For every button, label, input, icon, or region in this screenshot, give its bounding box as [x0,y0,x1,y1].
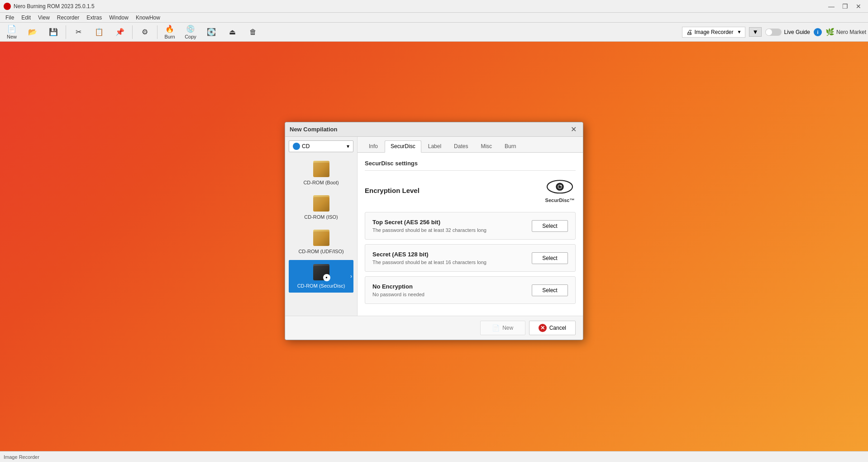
cd-icon [293,143,300,150]
cdrom-iso-icon [312,195,330,212]
tab-label[interactable]: Label [422,140,447,152]
disc-label-iso: CD-ROM (ISO) [304,214,338,220]
modal-close-button[interactable]: ✕ [568,124,578,134]
modal-title: New Compilation [290,126,568,133]
encryption-card-info-secret: Secret (AES 128 bit) The password should… [372,251,532,265]
securdisc-badge: ● [323,274,330,281]
encryption-card-secret: Secret (AES 128 bit) The password should… [365,244,576,272]
encryption-desc-none: No password is needed [372,292,532,297]
disc-label-securdisc: CD-ROM (SecurDisc) [297,283,345,289]
disc-item-cdrom-securdisc[interactable]: ● CD-ROM (SecurDisc) › [289,260,353,293]
cdrom-securdisc-icon: ● [312,264,330,281]
modal-footer: 📄 New ✕ Cancel [285,316,583,340]
encryption-desc-secret: The password should be at least 16 chara… [372,260,532,265]
disc-item-cdrom-boot[interactable]: CD-ROM (Boot) [289,157,353,189]
encryption-card-info-top-secret: Top Secret (AES 256 bit) The password sh… [372,219,532,233]
section-title: SecurDisc settings [365,160,576,171]
new-footer-button[interactable]: 📄 New [480,321,525,335]
disc-sidebar: CD ▾ CD-ROM (Boot) [285,137,358,316]
tab-burn[interactable]: Burn [499,140,522,152]
securdisc-logo: SecurDisc™ [544,178,576,203]
cdrom-udfiso-icon [312,230,330,247]
modal-body: CD ▾ CD-ROM (Boot) [285,137,583,316]
tab-bar: Info SecurDisc Label Dates Misc Burn [358,137,583,153]
modal-titlebar: New Compilation ✕ [285,122,583,137]
modal-content: Info SecurDisc Label Dates Misc Burn Sec… [358,137,583,316]
disc-item-cdrom-iso[interactable]: CD-ROM (ISO) [289,191,353,224]
select-button-none[interactable]: Select [532,284,568,296]
new-compilation-dialog: New Compilation ✕ CD ▾ CD-ROM [285,122,583,341]
svg-point-4 [560,185,562,186]
encryption-title-secret: Secret (AES 128 bit) [372,251,532,258]
encryption-card-top-secret: Top Secret (AES 256 bit) The password sh… [365,212,576,240]
encryption-desc-top-secret: The password should be at least 32 chara… [372,227,532,233]
tab-info[interactable]: Info [363,140,384,152]
disc-type-dropdown[interactable]: CD ▾ [289,140,353,152]
modal-overlay: New Compilation ✕ CD ▾ CD-ROM [0,0,868,462]
disc-label-boot: CD-ROM (Boot) [303,180,339,185]
tab-content-securdisc: SecurDisc settings Encryption Level [358,153,583,316]
encryption-card-none: No Encryption No password is needed Sele… [365,276,576,304]
disc-item-cdrom-udfiso[interactable]: CD-ROM (UDF/ISO) [289,226,353,258]
cancel-icon: ✕ [539,324,547,332]
encryption-title-top-secret: Top Secret (AES 256 bit) [372,219,532,226]
tab-securdisc[interactable]: SecurDisc [385,140,421,153]
securdisc-logo-svg [544,178,576,198]
select-button-secret[interactable]: Select [532,252,568,264]
encryption-level-heading: Encryption Level [365,187,420,194]
disc-label-udfiso: CD-ROM (UDF/ISO) [298,249,343,254]
encryption-title-none: No Encryption [372,283,532,290]
select-button-top-secret[interactable]: Select [532,220,568,232]
tab-misc[interactable]: Misc [475,140,498,152]
securdisc-logo-text: SecurDisc™ [545,197,575,203]
new-doc-icon: 📄 [492,324,500,332]
dropdown-chevron-icon: ▾ [347,143,349,149]
encryption-card-info-none: No Encryption No password is needed [372,283,532,297]
tab-dates[interactable]: Dates [448,140,474,152]
cdrom-boot-icon [312,161,330,178]
active-arrow-icon: › [350,273,352,279]
securdisc-header: Encryption Level SecurDisc™ [365,178,576,203]
cancel-footer-button[interactable]: ✕ Cancel [529,321,576,335]
